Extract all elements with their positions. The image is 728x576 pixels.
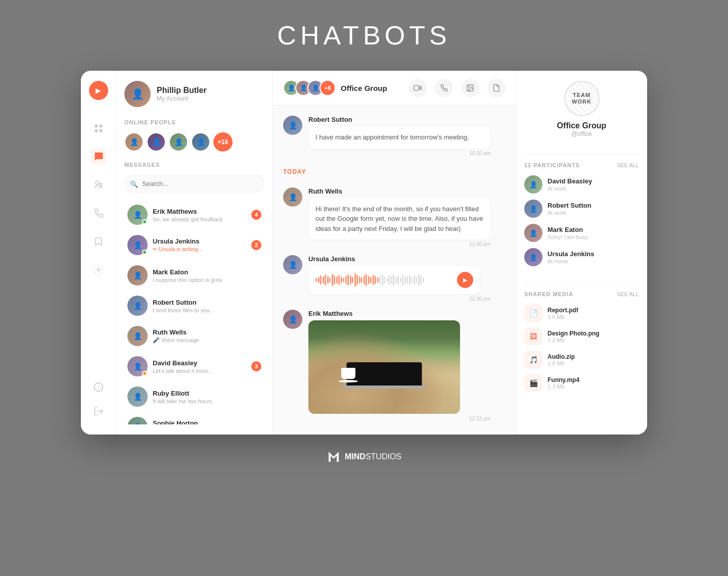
msg-content: Ursula Jenkins ✏ Ursula is writing...: [153, 237, 246, 253]
wave-bar: [375, 276, 376, 284]
wave-bar: [402, 274, 403, 285]
wave-bar: [416, 277, 417, 283]
message-list-item[interactable]: 👤 Robert Sutton I sent those files to yo…: [124, 292, 264, 320]
wave-bar: [370, 277, 372, 283]
participant-name: Mark Eaton: [548, 226, 589, 233]
media-info: Report.pdf 1.6 Mb: [548, 307, 578, 320]
sidebar-item-phone[interactable]: [90, 205, 107, 221]
wave-bar: [325, 274, 326, 285]
svg-point-14: [469, 86, 470, 87]
see-all-media-button[interactable]: SEE ALL: [617, 291, 639, 297]
bubble-content: Ursula Jenkins ▶ 12:30 pm: [308, 255, 490, 302]
message-list-item[interactable]: 👤 Ruby Elliott It will take me two hours…: [124, 382, 264, 411]
media-item[interactable]: 🖼 Design Photo.png 1.2 Mb: [524, 327, 639, 346]
sidebar-item-settings[interactable]: [90, 262, 107, 278]
wave-bar: [334, 275, 335, 284]
wave-bar: [361, 277, 362, 282]
online-avatar-2[interactable]: 👤: [147, 132, 166, 152]
online-avatar-4[interactable]: 👤: [191, 132, 210, 152]
brand-footer: MINDSTUDIOS: [327, 450, 401, 464]
online-avatar-1[interactable]: 👤: [124, 132, 144, 152]
media-item[interactable]: 🎬 Funny.mp4 1.3 Mb: [524, 374, 639, 392]
media-info: Audio.zip 1.8 Mb: [548, 353, 575, 366]
message-list-item[interactable]: 👤 Erik Matthews So, we already got feedb…: [124, 201, 264, 229]
sidebar-item-info[interactable]: [90, 379, 107, 395]
bubble-content: Erik Matthews 12:32 pm: [308, 310, 490, 421]
msg-content: Sophie Horton 🎤 Voice message: [153, 419, 261, 424]
msg-name: Sophie Horton: [153, 419, 261, 424]
document-button[interactable]: [487, 79, 506, 97]
user-name: Phillip Butler: [157, 86, 207, 95]
wave-bar: [332, 274, 333, 286]
cup-saucer: [339, 380, 358, 382]
wave-bar: [338, 275, 340, 285]
sidebar-item-logout[interactable]: [90, 403, 107, 419]
participant-avatar: 👤: [524, 248, 542, 266]
see-all-participants-button[interactable]: SEE ALL: [617, 162, 639, 168]
sidebar-nav: [81, 71, 116, 435]
phone-call-button[interactable]: [435, 79, 453, 97]
bubble-sender: Ruth Wells: [308, 187, 490, 195]
msg-content: Ruth Wells 🎤 Voice message: [153, 328, 261, 344]
message-list-item[interactable]: 👤 Ursula Jenkins ✏ Ursula is writing... …: [124, 231, 264, 259]
avatar: 👤: [124, 81, 151, 107]
participant-info: Robert Sutton At work: [548, 202, 592, 216]
sidebar-item-chat[interactable]: [90, 149, 107, 165]
wave-bar: [320, 275, 322, 284]
participant-item: 👤 Mark Eaton Sorry! I am busy.: [524, 224, 639, 242]
msg-content: Ruby Elliott It will take me two hours.: [153, 390, 261, 404]
user-info: Phillip Butler My Account: [157, 86, 207, 102]
msg-preview: I suppose this option is grea: [153, 277, 261, 283]
nav-logo[interactable]: [89, 81, 108, 100]
media-icon: 🎬: [524, 374, 542, 392]
sidebar-item-people[interactable]: [90, 177, 107, 193]
wave-bar: [352, 277, 353, 283]
online-people: 👤 👤 👤 👤 +16: [124, 132, 264, 152]
image-button[interactable]: [461, 79, 479, 97]
online-avatar-3[interactable]: 👤: [169, 132, 188, 152]
message-list-item[interactable]: 👤 Sophie Horton 🎤 Voice message: [124, 413, 264, 424]
wave-bar: [414, 275, 415, 284]
search-input[interactable]: [124, 175, 264, 193]
shared-media-header: SHARED MEDIA SEE ALL: [524, 291, 639, 297]
message-list-item[interactable]: 👤 Ruth Wells 🎤 Voice message: [124, 322, 264, 350]
participant-name: David Beasley: [548, 177, 592, 185]
media-size: 1.6 Mb: [548, 314, 578, 320]
svg-rect-3: [99, 129, 102, 132]
status-dot: [142, 219, 147, 224]
audio-bubble: ▶: [308, 266, 480, 294]
message-list-item[interactable]: 👤 David Beasley Let's talk about it tomo…: [124, 352, 264, 380]
media-icon: 🖼: [524, 327, 542, 346]
sidebar-item-grid[interactable]: [90, 120, 107, 136]
media-name: Funny.mp4: [548, 376, 579, 383]
bubble-avatar: 👤: [283, 187, 302, 207]
msg-avatar: 👤: [127, 265, 148, 285]
wave-bar: [409, 275, 411, 285]
wave-bar: [393, 274, 394, 286]
message-badge: 3: [251, 361, 261, 371]
bubble-avatar: 👤: [283, 310, 302, 329]
message-list-item[interactable]: 👤 Mark Eaton I suppose this option is gr…: [124, 261, 264, 290]
media-item[interactable]: 🎵 Audio.zip 1.8 Mb: [524, 351, 639, 369]
wave-bar: [363, 275, 365, 284]
wave-bar: [373, 275, 374, 285]
svg-rect-12: [414, 85, 419, 90]
msg-avatar: 👤: [127, 235, 148, 255]
participant-item: 👤 David Beasley At work: [524, 175, 639, 194]
media-item[interactable]: 📄 Report.pdf 1.6 Mb: [524, 304, 639, 322]
participant-avatar: 👤: [524, 175, 542, 194]
status-dot: [142, 371, 147, 376]
msg-avatar: 👤: [127, 356, 148, 376]
wave-bar: [336, 276, 338, 283]
video-call-button[interactable]: [408, 79, 427, 97]
search-box: 🔍: [124, 175, 264, 193]
sidebar-item-bookmark[interactable]: [90, 233, 107, 250]
wave-bar: [397, 275, 399, 284]
group-logo: TEAMWORK: [564, 81, 600, 116]
day-label: TODAY: [283, 168, 506, 175]
wave-bar: [327, 276, 329, 284]
participant-status: At home: [548, 258, 595, 264]
chat-message-row: 👤 Erik Matthews 12:32 pm: [283, 310, 506, 421]
audio-play-button[interactable]: ▶: [457, 272, 473, 288]
online-more-count[interactable]: +16: [213, 132, 233, 152]
